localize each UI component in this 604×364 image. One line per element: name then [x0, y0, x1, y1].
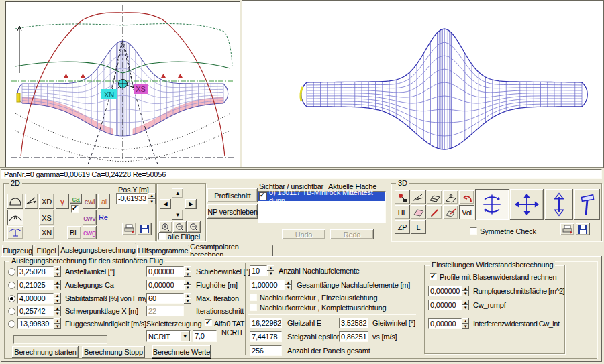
spin-down-icon[interactable]: ▼: [54, 311, 61, 316]
re-toggle[interactable]: Re: [99, 213, 108, 221]
view-front-button[interactable]: [7, 210, 23, 225]
print-3d-button[interactable]: [560, 223, 574, 235]
spin-up-icon[interactable]: ▲: [184, 266, 191, 271]
ai-button[interactable]: ai: [98, 194, 110, 209]
spin-up-icon[interactable]: ▲: [184, 293, 191, 298]
alpha-view-button[interactable]: [411, 190, 426, 204]
xd-button[interactable]: XD: [39, 194, 54, 209]
spin-up-icon[interactable]: ▲: [54, 293, 61, 298]
berechnung-starten-button[interactable]: Berechnung starten: [12, 346, 79, 358]
pan-up-button[interactable]: ▲: [172, 188, 183, 198]
l-button[interactable]: L: [411, 220, 426, 234]
surface-visible-checkbox[interactable]: [259, 192, 267, 200]
blasenwiderstand-checkbox[interactable]: [430, 273, 437, 280]
np-verschieben-button[interactable]: NP verschieben: [207, 204, 258, 219]
view-top-button[interactable]: [7, 194, 23, 209]
save-2d-button[interactable]: [138, 223, 152, 235]
spin-down-icon[interactable]: ▼: [54, 298, 61, 304]
xs-button[interactable]: XS: [39, 210, 54, 225]
bl-button[interactable]: BL: [67, 226, 81, 239]
zoom-in-button[interactable]: [159, 221, 172, 233]
vol-button[interactable]: Vol: [459, 205, 474, 219]
spin-down-icon[interactable]: ▼: [462, 324, 469, 329]
schwerpunktlage-input[interactable]: 0,25742: [17, 306, 54, 316]
anzahl-nachlauf-input[interactable]: 10: [250, 265, 267, 276]
flughoehe-input[interactable]: 0,00000: [146, 280, 184, 290]
cwv-button[interactable]: cwv: [83, 210, 97, 225]
auslegungs-ca-spinner[interactable]: ▲▼: [54, 280, 61, 290]
ncrit-combobox[interactable]: NCRIT ▼: [146, 330, 191, 342]
berechnung-stopp-button[interactable]: Berechnung Stopp: [82, 346, 145, 358]
anstellwinkel-spinner[interactable]: ▲▼: [54, 266, 61, 277]
undo-rotate-button[interactable]: [459, 190, 474, 204]
profilschnitt-button[interactable]: Profilschnitt: [207, 188, 258, 202]
print-2d-button[interactable]: [122, 223, 136, 235]
spin-up-icon[interactable]: ▲: [267, 265, 274, 271]
berechnete-werte-button[interactable]: Berechnete Werte: [152, 345, 211, 358]
radio-schwerpunktlage[interactable]: [8, 308, 15, 315]
pan-right-button[interactable]: ▶: [185, 199, 197, 209]
stabilitaetsmass-spinner[interactable]: ▲▼: [54, 293, 61, 304]
spin-down-icon[interactable]: ▼: [462, 291, 469, 296]
spin-down-icon[interactable]: ▼: [462, 305, 469, 310]
flughoehe-spinner[interactable]: ▲▼: [184, 280, 191, 290]
radio-stabilitaetsmass[interactable]: [8, 295, 15, 302]
panel-shaded-button[interactable]: [411, 205, 426, 219]
zoom-3d-button[interactable]: [545, 189, 573, 220]
radio-auslegungs-ca[interactable]: [8, 282, 15, 289]
spin-up-icon[interactable]: ▲: [285, 280, 292, 285]
xn-button[interactable]: XN: [39, 226, 54, 239]
panel-edit-button[interactable]: [443, 205, 458, 219]
max-iteration-input[interactable]: 60: [146, 293, 184, 304]
tab-hilfsprogramme[interactable]: Hilfsprogramme: [137, 245, 189, 256]
cwi-button[interactable]: cwi: [83, 194, 97, 209]
schwerpunktlage-spinner[interactable]: ▲▼: [54, 306, 61, 316]
view-dihedral-button[interactable]: [7, 226, 23, 239]
pan-left-button[interactable]: ◀: [160, 199, 171, 209]
combo-arrow-icon[interactable]: ▼: [180, 331, 190, 341]
radio-fluggeschwindigkeit[interactable]: [8, 320, 15, 328]
anzahl-nachlauf-spinner[interactable]: ▲▼: [267, 265, 274, 276]
cwg-button[interactable]: cwg: [83, 226, 97, 239]
spin-down-icon[interactable]: ▼: [184, 298, 191, 304]
fluggeschwindigkeit-spinner[interactable]: ▲▼: [54, 318, 61, 329]
pin-panel-button[interactable]: [395, 190, 410, 204]
posy-input[interactable]: -0,61933: [116, 193, 148, 204]
spin-down-icon[interactable]: ▼: [184, 285, 191, 290]
radio-anstellwinkel[interactable]: [8, 268, 15, 276]
alle-fluegel-checkbox[interactable]: [158, 233, 166, 240]
pen-button[interactable]: [427, 205, 442, 219]
undo-button[interactable]: Undo: [282, 229, 325, 239]
spin-up-icon[interactable]: ▲: [462, 318, 469, 324]
surface-listbox[interactable]: 0) 130117 TB-Minirock Mittentest dünn: [258, 191, 386, 223]
alfa0-tat-checkbox[interactable]: [205, 319, 212, 326]
view-side-button[interactable]: [25, 194, 38, 209]
spin-down-icon[interactable]: ▼: [148, 199, 156, 205]
rumpfquerschnitt-input[interactable]: 0,000000: [428, 286, 462, 296]
spin-down-icon[interactable]: ▼: [285, 285, 292, 290]
stabilitaetsmass-input[interactable]: 4,00000: [17, 293, 54, 304]
spin-up-icon[interactable]: ▲: [462, 300, 469, 305]
redo-button[interactable]: Redo: [330, 229, 374, 239]
spin-up-icon[interactable]: ▲: [54, 306, 61, 311]
tab-auslegungsberechnung[interactable]: Auslegungsberechnung: [60, 243, 136, 257]
ncrit-value-input[interactable]: 7,0: [193, 330, 217, 342]
fluggeschwindigkeit-input[interactable]: 13,99839: [17, 318, 54, 329]
hl-button[interactable]: HL: [395, 205, 410, 219]
gesamtlaenge-spinner[interactable]: ▲▼: [285, 280, 292, 290]
ca-button[interactable]: ca: [70, 194, 82, 204]
zp-button[interactable]: ZP: [395, 220, 410, 234]
schiebewinkel-input[interactable]: 0,00000: [146, 266, 184, 277]
cw-rumpf-spinner[interactable]: ▲▼: [462, 300, 469, 310]
cw-rumpf-input[interactable]: 0,00000: [428, 300, 462, 310]
komplettausrichtung-checkbox[interactable]: [250, 304, 257, 311]
spin-up-icon[interactable]: ▲: [462, 286, 469, 291]
spin-up-icon[interactable]: ▲: [54, 266, 61, 271]
zoom-window-button[interactable]: [173, 221, 187, 233]
spin-down-icon[interactable]: ▼: [267, 271, 274, 276]
spin-up-icon[interactable]: ▲: [54, 318, 61, 324]
pan-down-button[interactable]: ▼: [172, 210, 183, 220]
tab-gesamtpolaren[interactable]: Gesamtpolaren berechnen: [190, 245, 273, 256]
auslegungs-ca-input[interactable]: 0,21025: [17, 280, 54, 290]
einzelausrichtung-checkbox[interactable]: [250, 294, 257, 301]
